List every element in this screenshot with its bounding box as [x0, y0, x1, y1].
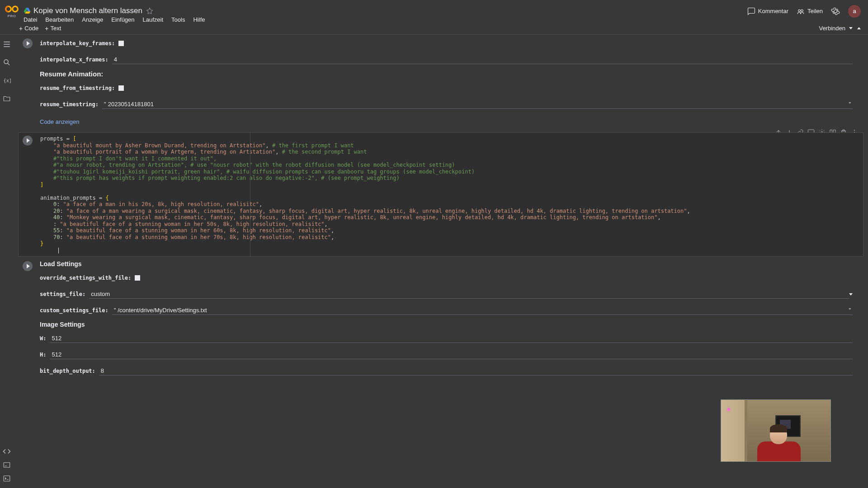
menu-help[interactable]: Hilfe: [193, 16, 205, 23]
code-cell: prompts = [ "a beautiful mount by Asher …: [18, 132, 863, 257]
code-snippet-icon[interactable]: [3, 447, 11, 455]
terminal-icon[interactable]: [3, 474, 11, 483]
menu-edit[interactable]: Bearbeiten: [45, 16, 74, 23]
avatar[interactable]: a: [848, 5, 861, 18]
input-interpolate-x-frames[interactable]: [112, 55, 853, 64]
field-label: custom_settings_file:: [40, 307, 108, 314]
menu-file[interactable]: Datei: [24, 16, 37, 23]
run-button[interactable]: [23, 38, 33, 48]
share-label: Teilen: [807, 8, 823, 14]
field-label: interpolate_key_frames:: [40, 40, 115, 47]
menu-runtime[interactable]: Laufzeit: [143, 16, 164, 23]
section-heading: Resume Animation:: [40, 70, 863, 78]
section-heading: Load Settings: [40, 260, 863, 267]
pro-badge: PRO: [8, 14, 16, 18]
search-icon[interactable]: [3, 58, 11, 66]
section-heading: Image Settings: [40, 321, 863, 328]
select-settings-file[interactable]: [89, 290, 849, 299]
input-bit-depth[interactable]: [99, 366, 853, 375]
svg-text:{x}: {x}: [4, 78, 11, 83]
menu-insert[interactable]: Einfügen: [111, 16, 134, 23]
svg-point-3: [801, 9, 803, 12]
input-height[interactable]: [50, 350, 853, 359]
toc-icon[interactable]: [3, 40, 11, 48]
checkbox-interpolate-key-frames[interactable]: [118, 41, 124, 46]
add-text-button[interactable]: +Text: [45, 25, 61, 32]
run-button[interactable]: [23, 136, 33, 145]
field-label: settings_file:: [40, 291, 85, 297]
field-label: resume_from_timestring:: [40, 85, 115, 91]
colab-logo[interactable]: PRO: [4, 3, 20, 19]
document-title[interactable]: Kopie von Mensch altern lassen: [33, 6, 142, 15]
svg-rect-6: [4, 463, 10, 468]
input-resume-timestring[interactable]: [108, 100, 847, 108]
form-cell-1: interpolate_key_frames: interpolate_x_fr…: [18, 38, 863, 129]
collapse-icon[interactable]: [857, 27, 861, 29]
drive-icon: [24, 7, 31, 14]
comment-label: Kommentar: [758, 8, 788, 14]
left-sidebar: {x}: [0, 35, 14, 488]
input-width[interactable]: [50, 334, 853, 343]
comment-button[interactable]: Kommentar: [747, 7, 788, 15]
caret-down-icon[interactable]: [849, 293, 853, 296]
plus-icon: +: [45, 25, 48, 32]
show-code-link[interactable]: Code anzeigen: [40, 118, 79, 125]
field-label: W:: [40, 335, 46, 342]
share-button[interactable]: Teilen: [797, 7, 823, 15]
share-icon: [797, 7, 805, 15]
svg-rect-7: [4, 476, 10, 481]
field-label: resume_timestring:: [40, 101, 99, 108]
webcam-overlay: [721, 399, 831, 462]
code-editor[interactable]: prompts = [ "a beautiful mount by Asher …: [37, 133, 863, 256]
star-icon[interactable]: [146, 7, 153, 14]
gear-icon[interactable]: [831, 7, 840, 16]
field-label: override_settings_with_file:: [40, 275, 131, 281]
plus-icon: +: [19, 25, 23, 32]
svg-point-2: [798, 9, 801, 12]
svg-point-11: [854, 130, 855, 131]
svg-point-1: [13, 6, 18, 12]
input-custom-settings-file[interactable]: [118, 306, 847, 314]
caret-down-icon: [849, 27, 853, 29]
command-palette-icon[interactable]: [3, 461, 11, 469]
comment-icon: [747, 7, 755, 15]
menu-tools[interactable]: Tools: [171, 16, 185, 23]
add-code-button[interactable]: +Code: [19, 25, 38, 32]
run-button[interactable]: [23, 261, 33, 271]
menu-view[interactable]: Anzeige: [82, 16, 103, 23]
field-label: H:: [40, 352, 46, 358]
field-label: bit_depth_output:: [40, 368, 95, 374]
svg-point-4: [4, 60, 8, 64]
connect-button[interactable]: Verbinden: [819, 25, 853, 32]
checkbox-resume-from-timestring[interactable]: [118, 85, 124, 91]
folder-icon[interactable]: [3, 94, 11, 103]
field-label: interpolate_x_frames:: [40, 56, 108, 63]
variables-icon[interactable]: {x}: [3, 76, 11, 84]
form-cell-2: Load Settings override_settings_with_fil…: [18, 260, 863, 377]
checkbox-override-settings[interactable]: [135, 275, 140, 281]
